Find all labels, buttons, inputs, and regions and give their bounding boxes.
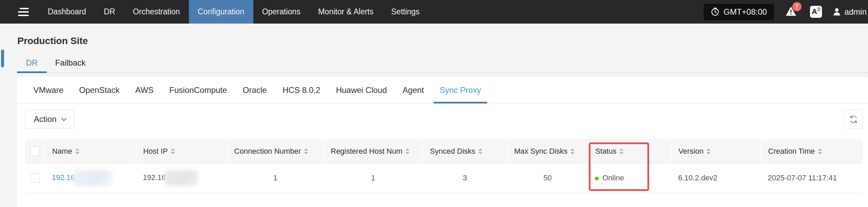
- tab-aws[interactable]: AWS: [129, 77, 160, 103]
- page-title: Production Site: [17, 36, 868, 46]
- cell-version: 6.10.2.dev2: [671, 163, 761, 193]
- tab-agent[interactable]: Agent: [396, 77, 430, 103]
- column-header-max-sync-disks[interactable]: Max Sync Disks: [507, 139, 588, 163]
- user-icon: [832, 7, 841, 16]
- nav-right-section: GMT+08:00 7 admin: [704, 0, 868, 24]
- refresh-icon: [849, 115, 858, 124]
- nav-item-orchestration[interactable]: Orchestration: [124, 0, 189, 24]
- dr-failback-tabs: DR Failback: [17, 55, 868, 73]
- column-header-host-ip[interactable]: Host IP: [136, 139, 227, 163]
- column-header-synced-disks[interactable]: Synced Disks: [423, 139, 507, 163]
- refresh-button[interactable]: [844, 110, 863, 129]
- select-all-checkbox[interactable]: [30, 147, 40, 156]
- redacted-area: [73, 170, 113, 186]
- sort-icon[interactable]: [818, 148, 822, 154]
- user-menu[interactable]: admin: [832, 7, 867, 17]
- tab-hcs-802[interactable]: HCS 8.0.2: [276, 77, 327, 103]
- cell-host-ip: 192.16: [136, 163, 227, 193]
- proxy-name-link[interactable]: 192.16: [52, 173, 75, 182]
- timezone-selector[interactable]: GMT+08:00: [704, 4, 774, 20]
- cell-connection-number: 1: [227, 163, 324, 193]
- row-checkbox[interactable]: [30, 173, 40, 183]
- cell-name: 192.16: [45, 163, 136, 193]
- clock-icon: [710, 7, 720, 16]
- tab-huawei-cloud[interactable]: Huawei Cloud: [330, 77, 393, 103]
- table-toolbar: Action: [17, 104, 868, 129]
- cell-synced-disks: 3: [423, 163, 507, 193]
- column-header-name[interactable]: Name: [45, 139, 136, 163]
- chevron-down-icon: [61, 115, 66, 121]
- nav-item-operations[interactable]: Operations: [253, 0, 310, 24]
- cell-status: Online: [588, 163, 671, 193]
- sort-icon[interactable]: [75, 148, 79, 154]
- main-nav: Dashboard DR Orchestration Configuration…: [39, 0, 429, 24]
- table-header-row: Name Host IP Connection Number Registere…: [25, 139, 863, 163]
- content-card: VMware OpenStack AWS FusionCompute Oracl…: [17, 77, 868, 207]
- tab-dr[interactable]: DR: [17, 55, 47, 72]
- nav-item-settings[interactable]: Settings: [383, 0, 429, 24]
- sync-proxy-table: Name Host IP Connection Number Registere…: [25, 139, 863, 193]
- tab-vmware[interactable]: VMware: [27, 77, 70, 103]
- action-button-label: Action: [34, 114, 57, 124]
- online-status-dot: [595, 177, 599, 180]
- tab-oracle[interactable]: Oracle: [237, 77, 273, 103]
- alerts-button[interactable]: 7: [785, 6, 796, 17]
- column-header-creation-time[interactable]: Creation Time: [761, 139, 863, 163]
- top-navigation-bar: Dashboard DR Orchestration Configuration…: [0, 0, 868, 24]
- sort-icon[interactable]: [706, 148, 710, 154]
- tab-fusioncompute[interactable]: FusionCompute: [163, 77, 233, 103]
- language-icon[interactable]: [810, 6, 822, 18]
- sort-icon[interactable]: [405, 148, 409, 154]
- tab-openstack[interactable]: OpenStack: [73, 77, 126, 103]
- table-row: 192.16 192.16 1 1 3 50 Online 6.10.2.dev…: [25, 163, 863, 193]
- sort-icon[interactable]: [304, 148, 308, 154]
- tab-sync-proxy[interactable]: Sync Proxy: [434, 77, 487, 103]
- column-header-status[interactable]: Status: [588, 139, 671, 163]
- action-dropdown-button[interactable]: Action: [25, 110, 74, 128]
- active-page-edge-indicator: [1, 50, 4, 67]
- nav-item-configuration[interactable]: Configuration: [189, 0, 253, 24]
- cell-max-sync-disks: 50: [507, 163, 588, 193]
- column-header-registered-host-num[interactable]: Registered Host Num: [324, 139, 423, 163]
- username-label: admin: [844, 7, 867, 17]
- redacted-area: [164, 170, 198, 186]
- sort-icon[interactable]: [619, 148, 624, 154]
- timezone-label: GMT+08:00: [723, 7, 767, 17]
- cell-creation-time: 2025-07-07 11:17:41: [761, 163, 863, 193]
- status-badge: Online: [602, 174, 624, 182]
- cell-registered-host-num: 1: [324, 163, 423, 193]
- nav-item-dr[interactable]: DR: [95, 0, 124, 24]
- nav-item-monitor-alerts[interactable]: Monitor & Alerts: [309, 0, 382, 24]
- tab-failback[interactable]: Failback: [55, 55, 86, 72]
- platform-tabs: VMware OpenStack AWS FusionCompute Oracl…: [17, 77, 868, 104]
- column-header-version[interactable]: Version: [671, 139, 761, 163]
- column-header-connection-number[interactable]: Connection Number: [227, 139, 324, 163]
- alert-count-badge: 7: [792, 2, 802, 11]
- hamburger-menu-icon[interactable]: [18, 8, 29, 16]
- sort-icon[interactable]: [478, 148, 482, 154]
- sort-icon[interactable]: [171, 148, 175, 154]
- sort-icon[interactable]: [570, 148, 574, 154]
- nav-item-dashboard[interactable]: Dashboard: [39, 0, 95, 24]
